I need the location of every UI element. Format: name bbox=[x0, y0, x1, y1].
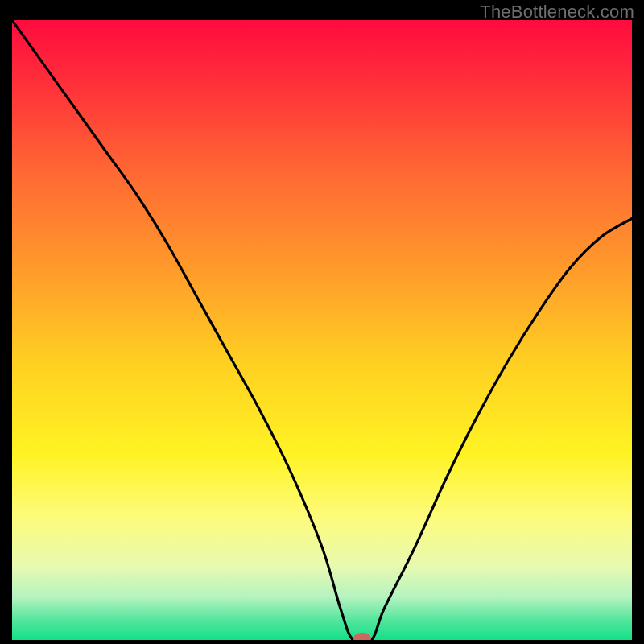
bottleneck-chart bbox=[12, 20, 632, 640]
chart-frame bbox=[12, 20, 632, 640]
